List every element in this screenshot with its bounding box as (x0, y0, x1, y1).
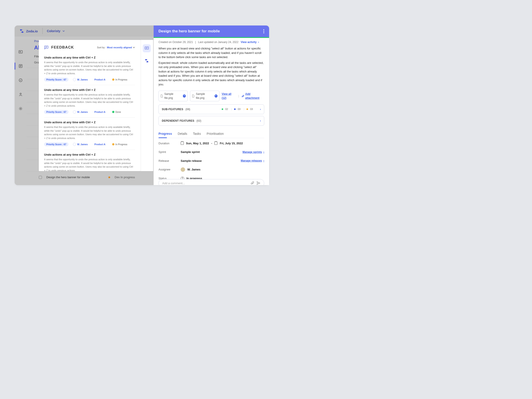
svg-point-3 (20, 93, 21, 95)
sprint-key: Sprint (158, 150, 181, 154)
calendar-icon (181, 142, 184, 145)
attachment-name: Sample file.png (196, 92, 213, 100)
divider (42, 28, 43, 34)
priority-score-chip: Priority Score : 67 (44, 110, 69, 114)
attachment-name: Sample file.png (164, 92, 182, 100)
assignee-value[interactable]: W. James (181, 167, 264, 172)
send-icon[interactable] (256, 181, 260, 185)
workspace-switcher[interactable]: Coloristy (47, 29, 65, 33)
status-dot-icon (108, 177, 110, 178)
chevron-down-icon (63, 30, 65, 32)
subfeatures-label: SUB-FEATURES (162, 107, 183, 111)
feedback-item[interactable]: Undo actions at any time with Ctrl + Z I… (44, 53, 135, 85)
logo[interactable]: Zeda.io (19, 28, 38, 34)
dependent-features-row[interactable]: DEPENDENT FEATURES (02) › (158, 116, 264, 126)
author-chip: W. James (71, 142, 90, 146)
feedback-sort[interactable]: Sort by : Most recently aligned (97, 46, 135, 49)
remove-attachment-icon[interactable]: ✕ (215, 95, 217, 98)
feedback-item[interactable]: Undo actions at any time with Ctrl + Z I… (44, 150, 135, 171)
feedback-side-rail (140, 40, 153, 171)
logo-text: Zeda.io (26, 29, 38, 33)
avatar-icon (73, 110, 76, 114)
feedback-item-chips: Priority Score : 67 W. James Product A I… (44, 77, 135, 82)
description-p1: When you are at board view and clicking … (158, 46, 264, 59)
feedback-heading: FEEDBACK (51, 45, 74, 50)
progress-fields: Duration Sun, May 1, 2022 - Fri, July 15… (158, 141, 264, 185)
workspace-name: Coloristy (47, 29, 61, 33)
feedback-item-title: Undo actions at any time with Ctrl + Z (44, 56, 135, 59)
status-dot-icon (112, 111, 114, 113)
attachment-chip[interactable]: Sample file.png ✕ (190, 91, 219, 101)
tab-prioritisation[interactable]: Prioritisation (207, 130, 224, 138)
detail-title: Design the hero banner for mobile (158, 29, 220, 33)
feedback-item-body: It seems that the opportunity to undo th… (44, 93, 135, 108)
created-date: Created on October 29, 2021 (158, 41, 193, 44)
dependent-count: (02) (197, 119, 201, 123)
sort-label: Sort by : (97, 46, 106, 49)
duration-value[interactable]: Sun, May 1, 2022 - Fri, July 15, 2022 (181, 141, 264, 146)
author-chip: W. James (71, 110, 90, 114)
nav-inbox-icon[interactable] (18, 50, 23, 54)
updated-date: Last updated on January 24, 2022 (198, 41, 239, 44)
tab-progress[interactable]: Progress (158, 130, 172, 138)
view-all-attachments-link[interactable]: View all (12) (222, 92, 236, 100)
svg-point-4 (20, 108, 21, 109)
feedback-item-chips: Priority Score : 67 W. James Product A I… (44, 142, 135, 146)
paperclip-icon[interactable] (250, 181, 254, 185)
calendar-icon (214, 142, 217, 145)
status-chip: In Progress (110, 78, 130, 82)
feedback-item-title: Undo actions at any time with Ctrl + Z (44, 153, 135, 156)
feedback-item-title: Undo actions at any time with Ctrl + Z (44, 88, 135, 92)
subfeatures-row[interactable]: SUB-FEATURES (08) 02| 03| 03 › (158, 104, 264, 114)
priority-score-chip: Priority Score : 67 (44, 78, 69, 82)
task-status: Dev In progress (115, 176, 135, 179)
attachment-chip[interactable]: Sample file.png ✕ (158, 91, 188, 101)
tab-tasks[interactable]: Tasks (193, 130, 201, 138)
feedback-item-body: It seems that the opportunity to undo th… (44, 158, 135, 171)
nav-settings-icon[interactable] (18, 106, 23, 111)
tab-details[interactable]: Details (178, 130, 187, 138)
feedback-icon (44, 45, 49, 50)
checkbox[interactable] (39, 176, 42, 179)
more-menu-icon[interactable] (263, 29, 264, 33)
svg-rect-6 (145, 47, 149, 49)
rail-sync-icon[interactable] (143, 57, 151, 65)
file-icon (160, 95, 163, 98)
feedback-item-title: Undo actions at any time with Ctrl + Z (44, 120, 135, 124)
status-dot-icon (234, 108, 236, 110)
avatar-icon (73, 143, 76, 146)
rail-feedback-icon[interactable] (143, 44, 151, 52)
feedback-item-chips: Priority Score : 67 W. James Product A D… (44, 110, 135, 114)
feedback-item[interactable]: Undo actions at any time with Ctrl + Z I… (44, 117, 135, 150)
comment-input[interactable]: Add a comment... (158, 179, 264, 185)
task-name: Design the hero banner for mobile (46, 176, 104, 179)
sprint-value: Sample sprint Manage sprints › (181, 150, 264, 154)
manage-sprints-link[interactable]: Manage sprints › (242, 150, 264, 154)
view-activity-link[interactable]: View activity › (241, 41, 259, 44)
add-attachment-link[interactable]: Add attachment (241, 92, 264, 100)
detail-tabs: Progress Details Tasks Prioritisation (158, 130, 264, 138)
detail-meta: Created on October 29, 2021 | Last updat… (154, 38, 269, 45)
feedback-panel: FEEDBACK Sort by : Most recently aligned… (39, 40, 140, 171)
product-chip: Product A (92, 110, 108, 114)
subfeatures-count: (08) (185, 107, 190, 111)
product-chip: Product A (92, 78, 108, 82)
nav-badge-icon[interactable] (18, 78, 23, 83)
manage-releases-link[interactable]: Manage releases › (241, 159, 264, 163)
status-dot-icon (222, 108, 223, 110)
nav-people-icon[interactable] (18, 92, 23, 97)
paperclip-icon (241, 95, 244, 98)
remove-attachment-icon[interactable]: ✕ (183, 95, 186, 98)
chevron-right-icon: › (260, 107, 261, 111)
comment-placeholder: Add a comment... (162, 181, 248, 185)
sidebar-nav (15, 37, 27, 185)
release-value: Sample release Manage releases › (181, 159, 264, 163)
file-icon (192, 95, 194, 98)
product-chip: Product A (92, 142, 108, 146)
priority-score-chip: Priority Score : 67 (44, 142, 69, 146)
release-key: Release (158, 159, 181, 163)
detail-panel: Design the hero banner for mobile Create… (154, 25, 269, 185)
nav-features-icon[interactable] (18, 64, 23, 69)
feedback-item[interactable]: Undo actions at any time with Ctrl + Z I… (44, 85, 135, 117)
svg-rect-5 (44, 46, 48, 48)
